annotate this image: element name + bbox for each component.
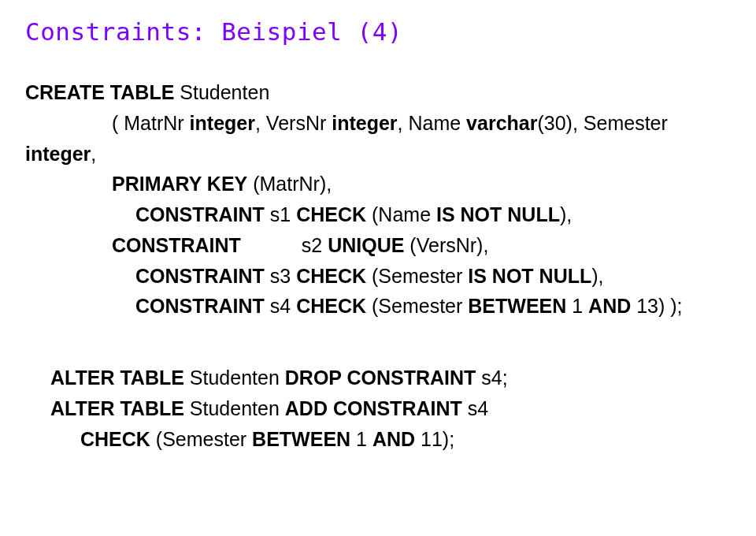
txt: (VersNr), (404, 234, 488, 256)
kw-integer: integer (332, 112, 397, 134)
kw-create-table: CREATE TABLE (25, 81, 174, 103)
line-c-s4: CONSTRAINT s4 CHECK (Semester BETWEEN 1 … (25, 291, 732, 322)
txt: s4 (462, 397, 488, 419)
kw-and: AND (372, 428, 415, 450)
line-c-s3: CONSTRAINT s3 CHECK (Semester IS NOT NUL… (25, 261, 732, 292)
kw-constraint: CONSTRAINT (135, 295, 265, 317)
kw-constraint: CONSTRAINT (112, 234, 241, 256)
c-name: s2 (296, 234, 328, 256)
txt: Studenten (184, 397, 285, 419)
kw-constraint: CONSTRAINT (135, 203, 265, 225)
txt: Studenten (184, 367, 285, 389)
kw-between: BETWEEN (468, 295, 566, 317)
kw-varchar: varchar (466, 112, 537, 134)
line-integer-tail: integer, (25, 139, 732, 169)
txt: (30), Semester (537, 112, 667, 134)
line-alter-add: ALTER TABLE Studenten ADD CONSTRAINT s4 (25, 393, 732, 424)
txt: ( MatrNr (112, 112, 190, 134)
txt: , VersNr (255, 112, 332, 134)
txt: s4; (476, 367, 507, 389)
line-c-s2: CONSTRAINT s2 UNIQUE (VersNr), (25, 230, 732, 261)
txt: (MatrNr), (247, 173, 332, 195)
kw-check: CHECK (296, 295, 366, 317)
kw-integer: integer (25, 143, 91, 165)
txt: (Semester (366, 295, 468, 317)
kw-drop-constraint: DROP CONSTRAINT (285, 367, 476, 389)
line-pk: PRIMARY KEY (MatrNr), (25, 169, 732, 199)
txt: , (91, 143, 96, 165)
kw-notnull: IS NOT NULL (436, 203, 560, 225)
line-alter-drop: ALTER TABLE Studenten DROP CONSTRAINT s4… (25, 363, 732, 393)
kw-constraint: CONSTRAINT (135, 265, 265, 287)
kw-and: AND (588, 295, 631, 317)
kw-between: BETWEEN (252, 428, 350, 450)
kw-alter-table: ALTER TABLE (50, 397, 184, 419)
kw-unique: UNIQUE (328, 234, 404, 256)
kw-check: CHECK (296, 203, 366, 225)
kw-check: CHECK (296, 265, 366, 287)
kw-notnull: IS NOT NULL (468, 265, 591, 287)
blank-line (25, 342, 732, 363)
kw-add-constraint: ADD CONSTRAINT (285, 397, 462, 419)
txt: , Name (398, 112, 467, 134)
txt: ), (591, 265, 603, 287)
txt: 1 (350, 428, 372, 450)
kw-integer: integer (190, 112, 255, 134)
line-create: CREATE TABLE Studenten (25, 77, 732, 108)
line-c-s1: CONSTRAINT s1 CHECK (Name IS NOT NULL), (25, 199, 732, 230)
slide-page: Constraints: Beispiel (4) CREATE TABLE S… (0, 0, 756, 536)
txt: 13) ); (631, 295, 682, 317)
kw-check: CHECK (80, 428, 150, 450)
tbl-name: Studenten (174, 81, 269, 103)
c-name: s3 (265, 265, 296, 287)
txt: 11); (415, 428, 454, 450)
c-name: s1 (265, 203, 296, 225)
txt: (Name (366, 203, 436, 225)
blank-line (25, 322, 732, 342)
kw-primary-key: PRIMARY KEY (112, 173, 247, 195)
txt: ), (560, 203, 572, 225)
txt: (Semester (150, 428, 252, 450)
line-check-between: CHECK (Semester BETWEEN 1 AND 11); (25, 424, 732, 455)
txt: 1 (566, 295, 588, 317)
line-columns: ( MatrNr integer, VersNr integer, Name v… (25, 108, 732, 139)
slide-title: Constraints: Beispiel (4) (25, 17, 732, 46)
kw-alter-table: ALTER TABLE (50, 367, 184, 389)
txt: (Semester (366, 265, 468, 287)
c-name: s4 (265, 295, 296, 317)
sql-block: CREATE TABLE Studenten ( MatrNr integer,… (25, 77, 732, 454)
